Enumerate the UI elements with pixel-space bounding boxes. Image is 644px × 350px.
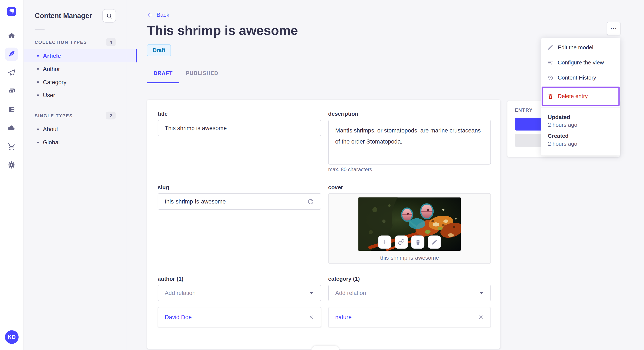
- menu-item-edit-model[interactable]: Edit the model: [541, 40, 620, 55]
- marketplace-nav-button[interactable]: [5, 140, 18, 153]
- updated-label: Updated: [548, 114, 613, 120]
- single-types-header: SINGLE TYPES: [35, 113, 72, 118]
- pencil-icon: [547, 44, 554, 50]
- remove-relation-icon[interactable]: [308, 314, 314, 320]
- sidebar-item-article[interactable]: Article: [23, 49, 137, 62]
- remove-media-button[interactable]: [411, 236, 424, 249]
- cover-actions: [378, 236, 441, 249]
- gear-icon: [8, 161, 16, 169]
- remove-relation-icon[interactable]: [478, 314, 484, 320]
- author-field-group: author (1) Add relation David Doe: [158, 276, 321, 328]
- sidebar-item-global[interactable]: Global: [23, 136, 126, 149]
- history-clock-icon: [547, 74, 554, 81]
- status-badge: Draft: [147, 44, 171, 56]
- category-relation-select[interactable]: Add relation: [328, 285, 491, 301]
- search-icon: [106, 12, 112, 19]
- settings-nav-button[interactable]: [5, 159, 18, 172]
- subnav-title: Content Manager: [35, 12, 92, 20]
- strapi-logo-button[interactable]: [0, 0, 23, 23]
- search-button[interactable]: [102, 9, 116, 22]
- subnav-divider: [35, 29, 45, 30]
- content-manager-nav-button[interactable]: [5, 48, 18, 61]
- pencil-icon: [431, 239, 438, 245]
- category-relation-item: nature: [328, 307, 491, 327]
- more-actions-button[interactable]: ⋯: [607, 22, 620, 35]
- sidebar-item-author[interactable]: Author: [23, 62, 126, 75]
- cover-field-group: cover: [328, 184, 491, 264]
- content-manager-subnav: Content Manager COLLECTION TYPES 4 Artic…: [23, 0, 126, 350]
- entry-form-card: title This shrimp is awesome description…: [147, 100, 500, 349]
- category-field-group: category (1) Add relation nature: [328, 276, 491, 328]
- author-relation-link[interactable]: David Doe: [164, 314, 192, 321]
- more-actions-menu: Edit the model Configure the view Conten…: [541, 38, 620, 156]
- home-nav-button[interactable]: [5, 29, 18, 42]
- description-hint: max. 80 characters: [328, 167, 491, 172]
- media-library-nav-button[interactable]: [5, 85, 18, 98]
- bottom-floating-pill[interactable]: [311, 346, 340, 350]
- tab-published[interactable]: PUBLISHED: [179, 70, 225, 83]
- configure-view-icon: [547, 59, 554, 66]
- description-field-group: description Mantis shrimps, or stomatopo…: [328, 111, 491, 172]
- media-library-icon: [8, 87, 16, 95]
- title-field-group: title This shrimp is awesome: [158, 111, 321, 172]
- main-content: Back This shrimp is awesome Draft DRAFT …: [147, 0, 500, 349]
- sidebar-item-user[interactable]: User: [23, 89, 126, 102]
- ellipsis-icon: ⋯: [610, 25, 617, 32]
- link-icon: [398, 239, 405, 245]
- rail-nav: [0, 29, 23, 172]
- created-value: 2 hours ago: [548, 141, 613, 147]
- bullet-icon: [37, 68, 39, 70]
- chevron-down-icon: [479, 291, 484, 295]
- home-icon: [8, 32, 16, 40]
- releases-nav-button[interactable]: [5, 66, 18, 79]
- category-relation-link[interactable]: nature: [335, 314, 352, 321]
- single-types-count-badge: 2: [106, 112, 116, 120]
- deployments-nav-button[interactable]: [5, 121, 18, 135]
- bullet-icon: [37, 81, 39, 83]
- collection-types-header: COLLECTION TYPES: [35, 39, 87, 44]
- bullet-icon: [37, 55, 39, 57]
- page-title: This shrimp is awesome: [147, 23, 500, 38]
- bullet-icon: [37, 94, 39, 96]
- created-label: Created: [548, 133, 613, 139]
- tab-draft[interactable]: DRAFT: [147, 70, 179, 83]
- author-relation-select[interactable]: Add relation: [158, 285, 321, 301]
- feather-icon: [8, 50, 16, 58]
- slug-field-label: slug: [158, 184, 321, 190]
- edit-media-button[interactable]: [428, 236, 441, 249]
- description-field-label: description: [328, 111, 491, 117]
- title-input[interactable]: This shrimp is awesome: [158, 120, 321, 136]
- paper-plane-icon: [8, 68, 16, 77]
- back-arrow-icon: [147, 12, 153, 18]
- category-field-label: category (1): [328, 276, 491, 282]
- sidebar-item-category[interactable]: Category: [23, 75, 126, 89]
- copy-link-button[interactable]: [394, 236, 408, 249]
- author-field-label: author (1): [158, 276, 321, 282]
- strapi-logo-icon: [7, 7, 16, 16]
- trash-icon: [415, 239, 421, 245]
- description-textarea[interactable]: Mantis shrimps, or stomatopods, are mari…: [328, 120, 491, 164]
- menu-item-delete-entry[interactable]: Delete entry: [542, 87, 620, 106]
- layout-icon: [8, 105, 16, 114]
- back-link[interactable]: Back: [147, 11, 176, 18]
- content-type-builder-nav-button[interactable]: [5, 103, 18, 116]
- user-avatar[interactable]: KD: [5, 330, 18, 344]
- slug-input[interactable]: this-shrimp-is-awesome: [158, 193, 321, 210]
- sidebar-item-about[interactable]: About: [23, 123, 126, 136]
- bullet-icon: [37, 142, 39, 143]
- collection-types-count-badge: 4: [106, 38, 116, 46]
- entry-meta: Updated 2 hours ago Created 2 hours ago: [541, 108, 620, 156]
- slug-field-group: slug this-shrimp-is-awesome: [158, 184, 321, 264]
- cloud-icon: [8, 124, 16, 132]
- cart-icon: [8, 143, 16, 151]
- add-media-button[interactable]: [378, 236, 392, 249]
- menu-item-configure-view[interactable]: Configure the view: [541, 55, 620, 70]
- trash-icon: [547, 93, 554, 99]
- cover-field-label: cover: [328, 184, 491, 190]
- regenerate-slug-icon[interactable]: [307, 198, 314, 205]
- app-window: KD Content Manager COLLECTION TYPES 4 Ar…: [0, 0, 644, 350]
- menu-item-content-history[interactable]: Content History: [541, 70, 620, 85]
- cover-media-box: this-shrimp-is-awesome: [328, 193, 491, 264]
- bullet-icon: [37, 128, 39, 130]
- plus-icon: [382, 239, 388, 245]
